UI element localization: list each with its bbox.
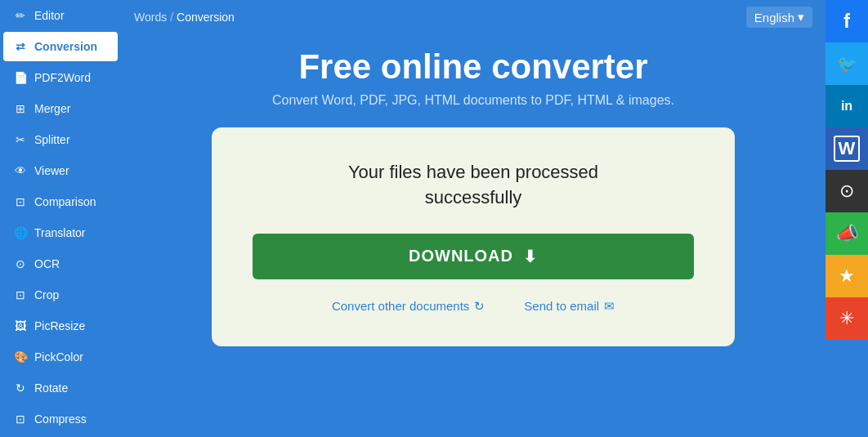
send-email-link[interactable]: Send to email ✉ <box>524 299 615 314</box>
page-subtitle: Convert Word, PDF, JPG, HTML documents t… <box>272 93 674 108</box>
facebook-icon: f <box>843 10 850 33</box>
conversion-icon: ⇄ <box>13 39 28 54</box>
social-bar: f 🐦 in W ⊙ 📣 ★ ✳ <box>825 0 868 437</box>
sidebar-item-label: Crop <box>34 288 59 301</box>
refresh-icon: ↻ <box>474 299 485 314</box>
sidebar-item-label: Rotate <box>34 381 68 395</box>
sidebar-item-editor[interactable]: ✏ Editor <box>3 1 118 30</box>
email-icon: ✉ <box>604 299 615 314</box>
sidebar-item-ocr[interactable]: ⊙ OCR <box>3 249 118 279</box>
editor-icon: ✏ <box>13 8 28 23</box>
twitter-icon: 🐦 <box>837 54 857 74</box>
dropdown-icon: ▾ <box>798 10 804 25</box>
github-button[interactable]: ⊙ <box>825 170 868 212</box>
sidebar-item-label: Editor <box>34 9 65 22</box>
star-button[interactable]: ★ <box>825 255 868 297</box>
content-area: Free online converter Convert Word, PDF,… <box>121 31 825 437</box>
star-icon: ★ <box>839 265 855 287</box>
card-links: Convert other documents ↻ Send to email … <box>332 299 615 314</box>
pdf2word-icon: 📄 <box>13 70 28 85</box>
sidebar-item-label: OCR <box>34 257 60 270</box>
sidebar-item-label: PicResize <box>34 319 85 332</box>
sidebar-item-label: PickColor <box>34 350 83 363</box>
sidebar-item-conversion[interactable]: ⇄ Conversion <box>3 32 118 61</box>
send-email-label: Send to email <box>524 299 599 313</box>
result-card: Your files have been processed successfu… <box>212 127 735 346</box>
twitter-button[interactable]: 🐦 <box>825 42 868 85</box>
breadcrumb: Words / Conversion <box>134 11 235 24</box>
download-icon: ⬇ <box>523 247 538 266</box>
convert-other-link[interactable]: Convert other documents ↻ <box>332 299 485 314</box>
sidebar-item-label: Conversion <box>34 40 97 53</box>
comparison-icon: ⊡ <box>13 194 28 209</box>
sidebar-item-rotate[interactable]: ↻ Rotate <box>3 373 118 403</box>
download-label: DOWNLOAD <box>409 247 513 265</box>
success-message: Your files have been processed successfu… <box>348 160 598 211</box>
sidebar-item-viewer[interactable]: 👁 Viewer <box>3 156 118 185</box>
sidebar-item-label: Compress <box>34 412 87 426</box>
language-label: English <box>754 11 794 25</box>
pickcolor-icon: 🎨 <box>13 350 28 364</box>
linkedin-icon: in <box>841 99 852 114</box>
download-button[interactable]: DOWNLOAD ⬇ <box>253 234 694 279</box>
sidebar-item-splitter[interactable]: ✂ Splitter <box>3 125 118 154</box>
word-button[interactable]: W <box>825 127 868 170</box>
breadcrumb-separator: / <box>170 11 173 24</box>
breadcrumb-words[interactable]: Words <box>134 11 167 24</box>
sidebar-item-comparison[interactable]: ⊡ Comparison <box>3 187 118 216</box>
sidebar-item-merger[interactable]: ⊞ Merger <box>3 94 118 123</box>
page-title: Free online converter <box>298 47 647 87</box>
sidebar-item-picresize[interactable]: 🖼 PicResize <box>3 311 118 341</box>
sidebar-item-translator[interactable]: 🌐 Translator <box>3 218 118 247</box>
splitter-icon: ✂ <box>13 132 28 147</box>
asterisk-icon: ✳ <box>839 308 854 329</box>
sidebar-item-pdf2word[interactable]: 📄 PDF2Word <box>3 63 118 92</box>
announce-icon: 📣 <box>836 223 858 244</box>
sidebar-item-label: Merger <box>34 102 70 115</box>
sidebar-item-label: Viewer <box>34 164 69 177</box>
sidebar-item-compress[interactable]: ⊡ Compress <box>3 404 118 434</box>
word-icon: W <box>834 136 861 162</box>
crop-icon: ⊡ <box>13 288 28 302</box>
announce-button[interactable]: 📣 <box>825 212 868 255</box>
header: Words / Conversion English ▾ <box>121 0 825 31</box>
sidebar-item-label: Splitter <box>34 133 70 146</box>
linkedin-button[interactable]: in <box>825 85 868 127</box>
github-icon: ⊙ <box>839 181 854 202</box>
rotate-icon: ↻ <box>13 381 28 395</box>
compress-icon: ⊡ <box>13 412 28 426</box>
language-selector[interactable]: English ▾ <box>746 7 812 28</box>
sidebar-item-crop[interactable]: ⊡ Crop <box>3 280 118 310</box>
merger-icon: ⊞ <box>13 101 28 116</box>
viewer-icon: 👁 <box>13 163 28 178</box>
ocr-icon: ⊙ <box>13 256 28 271</box>
translator-icon: 🌐 <box>13 225 28 240</box>
sidebar-item-pickcolor[interactable]: 🎨 PickColor <box>3 342 118 372</box>
sidebar-item-label: Comparison <box>34 195 96 208</box>
convert-other-label: Convert other documents <box>332 299 469 313</box>
main-area: Words / Conversion English ▾ Free online… <box>121 0 825 437</box>
breadcrumb-conversion: Conversion <box>177 11 235 24</box>
picresize-icon: 🖼 <box>13 319 28 333</box>
sidebar: ✏ Editor ⇄ Conversion 📄 PDF2Word ⊞ Merge… <box>0 0 121 437</box>
asterisk-button[interactable]: ✳ <box>825 297 868 340</box>
facebook-button[interactable]: f <box>825 0 868 42</box>
sidebar-item-label: PDF2Word <box>34 71 91 84</box>
sidebar-item-label: Translator <box>34 226 86 239</box>
